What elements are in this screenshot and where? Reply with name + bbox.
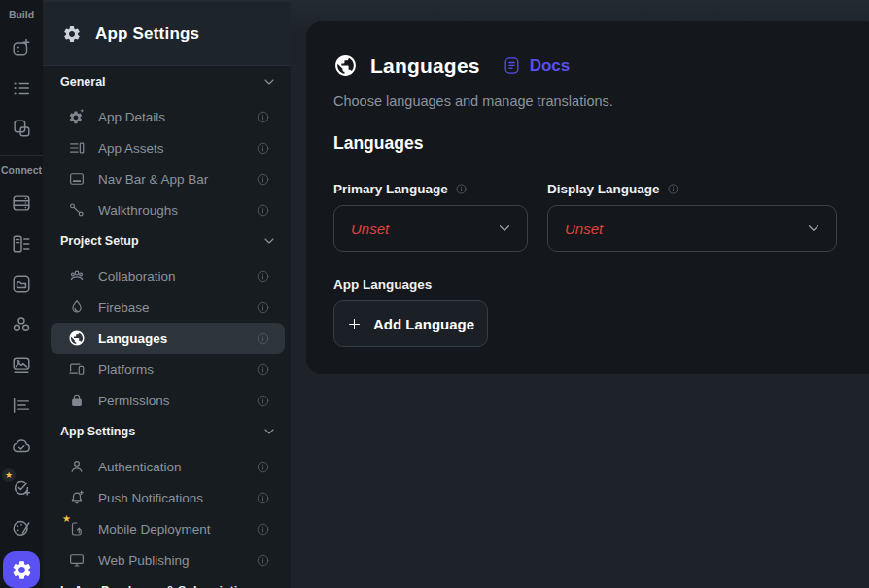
info-icon[interactable] bbox=[256, 300, 270, 315]
primary-language-select[interactable]: Unset bbox=[333, 205, 528, 252]
primary-language-field: Primary Language Unset bbox=[333, 182, 528, 252]
info-icon[interactable] bbox=[256, 553, 270, 568]
sidebar-item-permissions[interactable]: Permissions bbox=[51, 385, 285, 416]
star-badge-icon: ★ bbox=[2, 468, 16, 482]
add-language-button[interactable]: Add Language bbox=[333, 300, 488, 347]
sidebar-item-web-publishing[interactable]: Web Publishing bbox=[51, 544, 285, 575]
chevron-down-icon bbox=[261, 74, 277, 89]
sidebar-item-app-details[interactable]: App Details bbox=[51, 101, 285, 132]
nav-rail: Build Connect bbox=[0, 0, 43, 588]
sidebar-item-collaboration[interactable]: Collaboration bbox=[51, 260, 285, 292]
sidebar-item-platforms[interactable]: Platforms bbox=[51, 354, 285, 385]
languages-panel: Languages Docs Choose languages and mana… bbox=[306, 21, 869, 374]
page-title: Languages bbox=[370, 54, 480, 78]
primary-language-label: Primary Language bbox=[333, 182, 528, 196]
rail-build-label: Build bbox=[9, 9, 34, 20]
rail-divider bbox=[0, 155, 43, 156]
person-icon bbox=[68, 458, 86, 475]
info-icon[interactable] bbox=[256, 110, 270, 124]
section-header-general[interactable]: General bbox=[51, 66, 285, 97]
info-icon[interactable] bbox=[667, 183, 679, 195]
monitor-icon bbox=[68, 551, 86, 569]
device-data-icon[interactable] bbox=[8, 230, 35, 258]
plus-icon bbox=[347, 317, 362, 331]
phone-deploy-icon: ★ bbox=[68, 520, 86, 537]
info-icon[interactable] bbox=[256, 394, 270, 408]
sidebar-item-push-notifications[interactable]: Push Notifications bbox=[51, 482, 285, 513]
components-icon[interactable] bbox=[8, 115, 35, 142]
star-badge-icon: ★ bbox=[62, 513, 71, 524]
globe-icon bbox=[333, 53, 358, 78]
chevron-down-icon bbox=[261, 424, 277, 439]
logs-icon[interactable] bbox=[8, 393, 35, 420]
info-icon[interactable] bbox=[256, 141, 270, 156]
panel-header: Languages Docs bbox=[333, 53, 842, 78]
sidebar-nav: General App Details App Assets bbox=[43, 66, 291, 588]
navbar-icon bbox=[68, 170, 86, 188]
page-title: App Settings bbox=[95, 24, 199, 44]
gear-icon bbox=[62, 24, 82, 44]
info-icon[interactable] bbox=[256, 491, 270, 505]
info-icon[interactable] bbox=[256, 172, 270, 187]
sidebar-item-authentication[interactable]: Authentication bbox=[51, 451, 285, 482]
chevron-down-icon bbox=[805, 220, 822, 237]
add-widget-icon[interactable] bbox=[8, 34, 35, 61]
panel-subtitle: Choose languages and manage translations… bbox=[333, 93, 842, 109]
chevron-down-icon bbox=[261, 233, 277, 249]
display-language-select[interactable]: Unset bbox=[547, 205, 837, 252]
sidebar-item-app-assets[interactable]: App Assets bbox=[51, 132, 285, 163]
display-language-field: Display Language Unset bbox=[547, 182, 837, 252]
main-area: Languages Docs Choose languages and mana… bbox=[291, 0, 869, 588]
section-header-app-settings[interactable]: App Settings bbox=[51, 416, 285, 447]
info-icon[interactable] bbox=[256, 269, 270, 284]
display-language-value: Unset bbox=[565, 221, 603, 237]
info-icon[interactable] bbox=[256, 522, 270, 536]
sidebar-item-firebase[interactable]: Firebase bbox=[51, 292, 285, 323]
widget-tree-icon[interactable] bbox=[8, 75, 35, 102]
app-languages-label: App Languages bbox=[333, 277, 842, 292]
sidebar-item-mobile-deployment[interactable]: ★ Mobile Deployment bbox=[51, 513, 285, 544]
sidebar-header: App Settings bbox=[43, 2, 291, 66]
docs-link[interactable]: Docs bbox=[503, 55, 571, 76]
rail-connect-label: Connect bbox=[1, 164, 42, 176]
languages-section-heading: Languages bbox=[333, 133, 842, 154]
settings-icon[interactable] bbox=[3, 551, 40, 588]
firebase-icon bbox=[68, 298, 86, 316]
bell-plus-icon bbox=[68, 489, 86, 506]
info-icon[interactable] bbox=[455, 183, 468, 195]
settings-sidebar: App Settings General App Details App Ass… bbox=[43, 0, 291, 588]
info-icon[interactable] bbox=[256, 331, 270, 346]
sidebar-item-nav-bar[interactable]: Nav Bar & App Bar bbox=[51, 163, 285, 194]
cloud-check-icon[interactable] bbox=[8, 432, 35, 460]
info-icon[interactable] bbox=[256, 460, 270, 474]
app-window: Build Connect bbox=[0, 0, 869, 588]
info-icon[interactable] bbox=[256, 363, 270, 377]
team-icon[interactable] bbox=[8, 311, 35, 338]
automated-tests-icon[interactable]: ★ bbox=[8, 473, 35, 501]
info-icon[interactable] bbox=[256, 203, 270, 218]
sidebar-item-walkthroughs[interactable]: Walkthroughs bbox=[51, 194, 285, 225]
section-header-project-setup[interactable]: Project Setup bbox=[51, 225, 285, 257]
primary-language-value: Unset bbox=[351, 221, 389, 237]
assets-icon bbox=[68, 139, 86, 156]
folder-icon[interactable] bbox=[8, 271, 35, 298]
database-icon[interactable] bbox=[8, 190, 35, 217]
gear-sparkle-icon bbox=[68, 108, 86, 125]
media-icon[interactable] bbox=[8, 352, 35, 379]
docs-icon bbox=[503, 55, 521, 76]
section-header-in-app-purchases[interactable]: In App Purchases & Subscriptions bbox=[51, 575, 285, 588]
platforms-icon bbox=[68, 361, 86, 378]
walkthrough-icon bbox=[68, 201, 86, 219]
collaboration-icon bbox=[68, 267, 86, 285]
chevron-down-icon bbox=[496, 220, 513, 237]
sidebar-item-languages[interactable]: Languages bbox=[51, 323, 285, 354]
theme-icon[interactable] bbox=[8, 514, 35, 541]
lock-icon bbox=[68, 392, 86, 409]
globe-icon bbox=[68, 329, 86, 347]
display-language-label: Display Language bbox=[547, 182, 837, 196]
language-form-row: Primary Language Unset Display Language bbox=[333, 182, 842, 252]
